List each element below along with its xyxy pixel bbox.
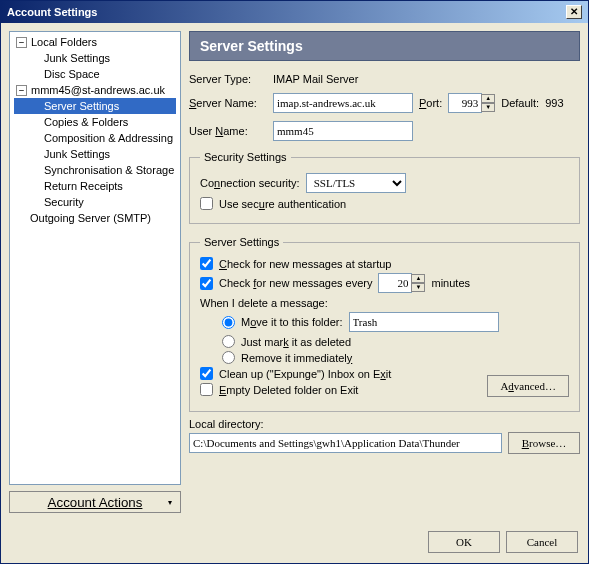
spin-down-icon[interactable]: ▼: [411, 283, 425, 292]
tree-label: Local Folders: [31, 36, 97, 48]
tree-label: Synchronisation & Storage: [44, 164, 174, 176]
minutes-label: minutes: [431, 277, 470, 289]
tree-label: Disc Space: [44, 68, 100, 80]
delete-remove-label: Remove it immediately: [241, 352, 352, 364]
group-legend: Security Settings: [200, 151, 291, 163]
window-title: Account Settings: [7, 6, 97, 18]
tree-label: mmm45@st-andrews.ac.uk: [31, 84, 165, 96]
tree-item-copies-folders[interactable]: Copies & Folders: [14, 114, 176, 130]
delete-move-radio[interactable]: [222, 316, 235, 329]
tree-item-security[interactable]: Security: [14, 194, 176, 210]
dropdown-arrow-icon: ▾: [168, 498, 172, 507]
server-name-input[interactable]: [273, 93, 413, 113]
account-actions-button[interactable]: Account Actions ▾: [9, 491, 181, 513]
tree-label: Outgoing Server (SMTP): [30, 212, 151, 224]
close-icon[interactable]: ✕: [566, 5, 582, 19]
server-type-label: Server Type:: [189, 73, 267, 85]
settings-pane: Server Settings Server Type: IMAP Mail S…: [189, 31, 580, 513]
spin-up-icon[interactable]: ▲: [481, 94, 495, 103]
check-startup-checkbox[interactable]: [200, 257, 213, 270]
ok-button[interactable]: OK: [428, 531, 500, 553]
tree-item-outgoing-smtp[interactable]: Outgoing Server (SMTP): [14, 210, 176, 226]
tree-item-sync-storage[interactable]: Synchronisation & Storage: [14, 162, 176, 178]
tree-label: Security: [44, 196, 84, 208]
twisty-icon[interactable]: −: [16, 85, 27, 96]
user-name-input[interactable]: [273, 121, 413, 141]
dialog-buttons: OK Cancel: [428, 531, 578, 553]
spin-down-icon[interactable]: ▼: [481, 103, 495, 112]
default-port-label: Default:: [501, 97, 539, 109]
server-name-label: Server Name:: [189, 97, 267, 109]
advanced-button[interactable]: Advanced…: [487, 375, 569, 397]
secure-auth-label: Use secure authentication: [219, 198, 346, 210]
tree-item-junk-settings[interactable]: Junk Settings: [14, 50, 176, 66]
empty-deleted-label: Empty Deleted folder on Exit: [219, 384, 358, 396]
tree-label: Copies & Folders: [44, 116, 128, 128]
twisty-icon[interactable]: −: [16, 37, 27, 48]
interval-input[interactable]: [378, 273, 412, 293]
tree-item-junk-settings[interactable]: Junk Settings: [14, 146, 176, 162]
conn-security-label: Connection security:: [200, 177, 300, 189]
local-dir-label: Local directory:: [189, 418, 580, 430]
interval-spinner[interactable]: ▲▼: [378, 273, 425, 293]
titlebar: Account Settings ✕: [1, 1, 588, 23]
group-legend: Server Settings: [200, 236, 283, 248]
tree-label: Junk Settings: [44, 52, 110, 64]
browse-button[interactable]: Browse…: [508, 432, 580, 454]
tree-account[interactable]: − mmm45@st-andrews.ac.uk: [14, 82, 176, 98]
empty-deleted-checkbox[interactable]: [200, 383, 213, 396]
check-every-label: Check for new messages every: [219, 277, 372, 289]
tree-item-return-receipts[interactable]: Return Receipts: [14, 178, 176, 194]
cleanup-checkbox[interactable]: [200, 367, 213, 380]
secure-auth-checkbox[interactable]: [200, 197, 213, 210]
local-dir-input[interactable]: [189, 433, 502, 453]
check-startup-label: Check for new messages at startup: [219, 258, 391, 270]
tree-item-disc-space[interactable]: Disc Space: [14, 66, 176, 82]
server-type-value: IMAP Mail Server: [273, 73, 358, 85]
check-every-checkbox[interactable]: [200, 277, 213, 290]
port-label: Port:: [419, 97, 442, 109]
server-settings-group: Server Settings Check for new messages a…: [189, 236, 580, 412]
spin-up-icon[interactable]: ▲: [411, 274, 425, 283]
delete-mark-radio[interactable]: [222, 335, 235, 348]
security-settings-group: Security Settings Connection security: S…: [189, 151, 580, 224]
user-name-label: User Name:: [189, 125, 267, 137]
button-label: Account Actions: [48, 495, 143, 510]
tree-label: Return Receipts: [44, 180, 123, 192]
cleanup-label: Clean up ("Expunge") Inbox on Exit: [219, 368, 391, 380]
tree-item-composition[interactable]: Composition & Addressing: [14, 130, 176, 146]
account-tree: − Local Folders Junk Settings Disc Space…: [9, 31, 181, 485]
default-port-value: 993: [545, 97, 563, 109]
port-spinner[interactable]: ▲▼: [448, 93, 495, 113]
tree-label: Composition & Addressing: [44, 132, 173, 144]
sidebar: − Local Folders Junk Settings Disc Space…: [9, 31, 181, 513]
page-title: Server Settings: [189, 31, 580, 61]
tree-local-folders[interactable]: − Local Folders: [14, 34, 176, 50]
delete-remove-radio[interactable]: [222, 351, 235, 364]
tree-label: Junk Settings: [44, 148, 110, 160]
conn-security-select[interactable]: SSL/TLS: [306, 173, 406, 193]
delete-mark-label: Just mark it as deleted: [241, 336, 351, 348]
port-input[interactable]: [448, 93, 482, 113]
trash-folder-input[interactable]: [349, 312, 499, 332]
tree-label: Server Settings: [44, 100, 119, 112]
when-delete-label: When I delete a message:: [200, 297, 569, 309]
delete-move-label: Move it to this folder:: [241, 316, 343, 328]
account-settings-window: Account Settings ✕ − Local Folders Junk …: [0, 0, 589, 564]
cancel-button[interactable]: Cancel: [506, 531, 578, 553]
tree-item-server-settings[interactable]: Server Settings: [14, 98, 176, 114]
